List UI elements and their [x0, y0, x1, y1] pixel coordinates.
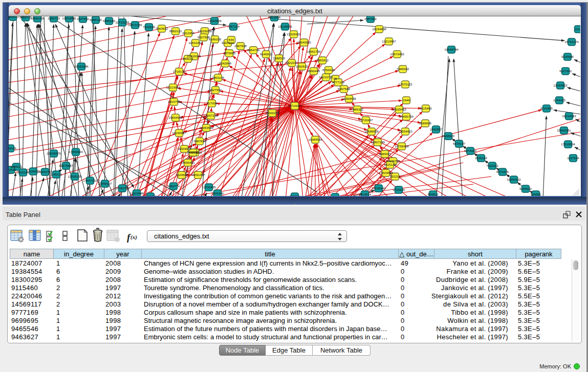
svg-text:13716485: 13716485 — [202, 185, 216, 189]
svg-text:1993719: 1993719 — [48, 16, 60, 20]
svg-text:17957253: 17957253 — [83, 179, 97, 182]
svg-text:8938923: 8938923 — [442, 134, 455, 138]
svg-text:3912954: 3912954 — [182, 31, 195, 35]
svg-text:6479197: 6479197 — [453, 142, 466, 145]
svg-text:16640910: 16640910 — [297, 40, 311, 44]
svg-text:19166857: 19166857 — [172, 131, 186, 135]
svg-text:18300295: 18300295 — [265, 111, 279, 115]
svg-text:1167534: 1167534 — [567, 156, 579, 160]
svg-text:16154808: 16154808 — [372, 27, 386, 31]
svg-text:(x): (x) — [130, 234, 137, 240]
svg-text:7986322: 7986322 — [351, 107, 364, 111]
svg-text:20553346: 20553346 — [74, 64, 89, 68]
svg-text:10688609: 10688609 — [364, 129, 379, 133]
svg-text:10654122: 10654122 — [507, 178, 521, 181]
svg-text:1244415: 1244415 — [553, 98, 566, 102]
svg-text:13654923: 13654923 — [398, 129, 412, 133]
svg-text:6794028: 6794028 — [322, 68, 335, 72]
svg-text:989012: 989012 — [183, 57, 193, 60]
svg-text:6497568: 6497568 — [338, 87, 351, 91]
svg-text:3875685: 3875685 — [223, 51, 236, 55]
svg-text:8215955: 8215955 — [540, 106, 553, 110]
svg-text:19654982: 19654982 — [168, 116, 183, 119]
svg-text:10543362: 10543362 — [188, 41, 203, 45]
svg-text:15720407: 15720407 — [359, 118, 373, 122]
svg-text:9245032: 9245032 — [519, 187, 532, 190]
svg-text:9777109: 9777109 — [332, 80, 345, 84]
svg-text:6466160: 6466160 — [103, 19, 116, 23]
svg-text:15692951: 15692951 — [557, 128, 571, 132]
svg-text:2687682: 2687682 — [364, 17, 377, 20]
svg-text:1640957: 1640957 — [430, 127, 443, 131]
svg-text:12505135: 12505135 — [68, 174, 82, 178]
svg-text:2935114: 2935114 — [475, 156, 487, 160]
svg-text:9242848: 9242848 — [219, 61, 232, 65]
svg-text:13524851: 13524851 — [379, 171, 393, 174]
svg-text:16648784: 16648784 — [444, 48, 459, 51]
svg-text:8660123: 8660123 — [169, 29, 182, 33]
svg-text:1202346: 1202346 — [211, 191, 224, 195]
svg-text:7663822: 7663822 — [156, 27, 168, 30]
svg-text:8186328: 8186328 — [209, 37, 222, 41]
svg-text:45: 45 — [334, 77, 337, 80]
svg-text:1145131: 1145131 — [50, 172, 62, 176]
svg-text:10756928: 10756928 — [395, 144, 409, 148]
svg-text:17016504: 17016504 — [561, 142, 575, 146]
svg-text:16004678: 16004678 — [177, 147, 191, 150]
svg-text:9465774: 9465774 — [167, 184, 180, 188]
svg-text:10653526: 10653526 — [62, 16, 76, 20]
svg-text:1413614: 1413614 — [359, 192, 372, 196]
svg-text:1588520: 1588520 — [273, 56, 286, 60]
svg-text:5322037: 5322037 — [286, 61, 298, 64]
svg-text:924501: 924501 — [531, 192, 541, 196]
svg-text:10958107: 10958107 — [98, 182, 112, 185]
svg-text:9427552: 9427552 — [209, 88, 222, 92]
svg-text:18807249: 18807249 — [371, 140, 385, 144]
svg-text:12325419: 12325419 — [287, 32, 301, 36]
svg-text:8699695: 8699695 — [419, 121, 432, 125]
svg-text:817008: 817008 — [207, 101, 217, 105]
svg-text:9084067: 9084067 — [379, 152, 391, 156]
svg-text:1810756: 1810756 — [168, 100, 181, 103]
svg-text:7515526: 7515526 — [143, 25, 156, 29]
svg-text:19384554: 19384554 — [308, 138, 322, 141]
svg-text:9327508: 9327508 — [198, 35, 210, 39]
svg-text:552214: 552214 — [390, 174, 401, 178]
svg-text:16961758: 16961758 — [307, 50, 321, 53]
svg-text:19218506: 19218506 — [278, 25, 292, 28]
svg-text:9474444: 9474444 — [464, 149, 477, 152]
svg-text:2636036: 2636036 — [9, 146, 17, 150]
svg-text:16210643: 16210643 — [562, 114, 576, 118]
svg-text:16210722: 16210722 — [319, 75, 333, 79]
svg-text:7857224: 7857224 — [227, 25, 240, 28]
svg-text:10053809: 10053809 — [207, 19, 222, 23]
svg-text:9115460: 9115460 — [420, 106, 432, 110]
svg-text:21364436: 21364436 — [342, 97, 356, 100]
svg-text:1562615: 1562615 — [296, 64, 309, 68]
svg-text:831412: 831412 — [330, 195, 341, 196]
svg-text:9227342: 9227342 — [559, 69, 572, 73]
svg-text:12213967: 12213967 — [382, 39, 396, 43]
svg-text:10719155: 10719155 — [115, 20, 129, 24]
svg-text:15751074: 15751074 — [564, 40, 579, 43]
svg-text:14136141: 14136141 — [372, 186, 386, 190]
svg-text:7624502: 7624502 — [176, 173, 188, 177]
svg-text:90975887: 90975887 — [59, 164, 73, 167]
svg-text:6466160: 6466160 — [90, 18, 102, 21]
svg-text:12093822: 12093822 — [553, 83, 568, 87]
svg-text:8471676: 8471676 — [496, 170, 509, 173]
svg-text:10025453: 10025453 — [392, 107, 406, 111]
svg-text:1733426: 1733426 — [393, 188, 405, 191]
svg-text:8454749: 8454749 — [247, 48, 260, 52]
svg-text:9329986: 9329986 — [561, 55, 574, 58]
svg-text:2803144: 2803144 — [212, 76, 225, 79]
svg-text:14099481: 14099481 — [181, 161, 195, 164]
svg-text:9327504: 9327504 — [222, 41, 234, 45]
svg-text:18724007: 18724007 — [288, 104, 302, 107]
svg-text:2718170: 2718170 — [173, 70, 186, 73]
svg-text:20206576: 20206576 — [47, 151, 61, 155]
svg-text:1946: 1946 — [403, 98, 410, 102]
svg-text:7632021: 7632021 — [486, 164, 499, 167]
svg-text:10120746: 10120746 — [386, 159, 400, 163]
svg-text:804812: 804812 — [428, 192, 439, 196]
